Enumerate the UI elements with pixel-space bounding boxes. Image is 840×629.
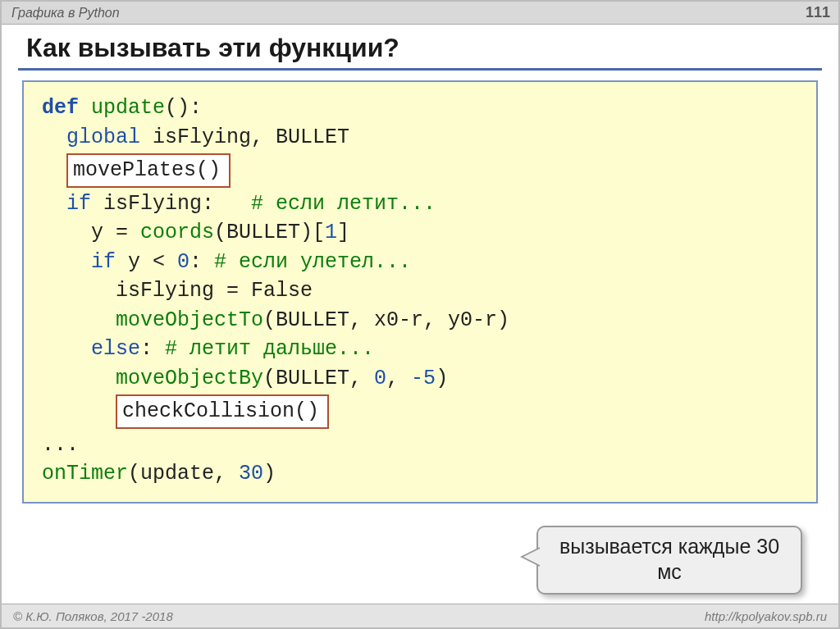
slide-header: Графика в Python 111 [2,2,838,25]
code-comment: # если летит... [214,192,436,216]
highlight-box-moveplates: movePlates() [66,153,231,188]
code-text: (BULLET, x0-r, y0-r) [263,308,509,332]
code-comment: # летит дальше... [165,337,374,361]
number-literal: 0 [177,250,189,274]
code-text: : [189,250,214,274]
page-number: 111 [806,4,830,21]
code-text: (update, [128,462,239,485]
code-text: (BULLET, [263,367,374,390]
footer-url: http://kpolyakov.spb.ru [705,609,827,623]
code-text: y < [128,250,177,274]
highlight-box-checkcollision: checkCollision() [116,394,329,429]
function-name: moveObjectBy [116,367,263,390]
code-text: isFlying = False [116,279,313,303]
number-literal: 1 [325,221,337,244]
code-comment: # если улетел... [214,250,411,274]
code-text: (): [165,96,202,120]
code-text: ) [436,367,448,390]
number-literal: 0 [374,367,386,390]
number-literal: 30 [239,462,263,485]
keyword-if: if [66,192,103,216]
code-text: ) [263,462,276,485]
slide-footer: © К.Ю. Поляков, 2017 -2018 http://kpolya… [2,604,838,627]
keyword-else: else [91,337,140,361]
code-block: def update(): global isFlying, BULLET mo… [22,80,818,504]
slide: Графика в Python 111 Как вызывать эти фу… [0,0,840,629]
code-text: ... [42,433,79,457]
function-name: onTimer [42,462,128,485]
title-underline [18,68,822,71]
footer-copyright: © К.Ю. Поляков, 2017 -2018 [13,609,173,623]
callout-tooltip: вызывается каждые 30 мс [536,526,802,595]
function-name: coords [140,221,214,244]
code-text: y = [91,221,140,244]
keyword-if: if [91,250,128,274]
slide-title: Как вызывать эти функции? [2,25,838,68]
code-text: isFlying, BULLET [153,125,349,149]
function-name: moveObjectTo [116,308,263,332]
keyword-def: def [42,96,91,120]
function-name: update [91,96,165,120]
code-text: : [140,337,165,361]
code-text: isFlying: [103,192,214,216]
code-text: (BULLET)[ [214,221,325,244]
keyword-global: global [66,125,153,149]
code-text: ] [337,221,349,244]
header-topic: Графика в Python [11,6,120,21]
number-literal: -5 [411,367,436,390]
code-text: , [386,367,411,390]
